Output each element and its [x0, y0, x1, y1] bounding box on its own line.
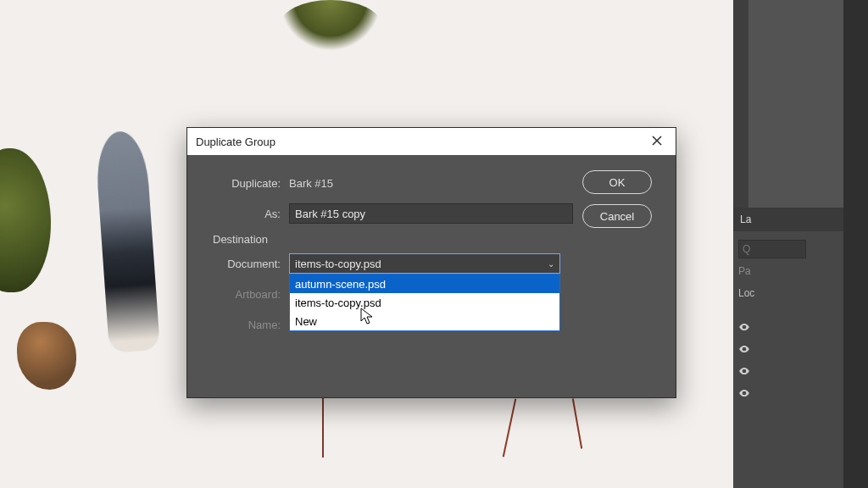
name-label: Name:: [204, 319, 289, 331]
duplicate-label: Duplicate:: [204, 177, 289, 190]
dropdown-option-label: autumn-scene.psd: [295, 278, 386, 291]
dialog-titlebar[interactable]: Duplicate Group: [187, 128, 676, 155]
decor-moss: [0, 148, 51, 292]
document-label: Document:: [204, 258, 289, 270]
cursor-pointer-icon: [360, 308, 374, 326]
dialog-title: Duplicate Group: [196, 136, 275, 148]
decor-feather: [94, 130, 160, 353]
dropdown-option-label: New: [295, 315, 317, 328]
eye-icon[interactable]: [738, 343, 750, 355]
right-panel-strip: La Pa Loc: [733, 0, 868, 488]
decor-moss-top: [280, 0, 381, 51]
chevron-down-icon: ⌄: [548, 259, 554, 269]
panel-tab-label: La: [740, 214, 751, 225]
document-select-value: items-to-copy.psd: [295, 258, 381, 270]
panel-row-label: Loc: [738, 287, 754, 299]
layers-panel-body: Pa Loc: [733, 231, 843, 488]
close-button[interactable]: [645, 130, 669, 153]
dropdown-option-new[interactable]: New: [290, 312, 559, 330]
as-label: As:: [204, 208, 289, 220]
panel-dock: [843, 0, 868, 488]
artboard-label: Artboard:: [204, 288, 289, 301]
decor-stem: [572, 398, 582, 448]
decor-stem: [322, 398, 324, 458]
decor-bark: [17, 322, 76, 390]
eye-icon[interactable]: [738, 365, 750, 377]
ok-button[interactable]: OK: [582, 170, 652, 194]
cancel-button-label: Cancel: [600, 210, 634, 223]
eye-icon[interactable]: [738, 387, 750, 399]
panel-row-label: Pa: [738, 265, 751, 277]
as-input[interactable]: [289, 203, 573, 224]
document-dropdown: autumn-scene.psd items-to-copy.psd New: [289, 274, 560, 331]
eye-icon[interactable]: [738, 321, 750, 333]
duplicate-group-dialog: Duplicate Group Duplicate: Bark #15 As: …: [186, 127, 676, 398]
document-select[interactable]: items-to-copy.psd ⌄: [289, 253, 560, 274]
duplicate-value: Bark #15: [289, 177, 333, 190]
close-icon: [652, 136, 662, 148]
dropdown-option-items-to-copy[interactable]: items-to-copy.psd: [290, 293, 559, 312]
layer-search-input[interactable]: [738, 240, 806, 258]
ok-button-label: OK: [609, 176, 626, 189]
layers-panel-tab[interactable]: La: [733, 208, 843, 231]
cancel-button[interactable]: Cancel: [582, 204, 652, 228]
dropdown-option-autumn-scene[interactable]: autumn-scene.psd: [290, 274, 559, 293]
decor-stem: [503, 399, 517, 458]
